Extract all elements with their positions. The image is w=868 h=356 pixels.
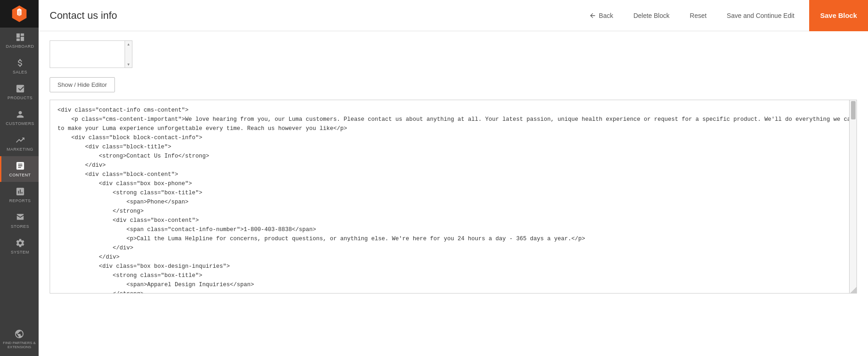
code-content[interactable]: <div class="contact-info cms-content"> <…	[50, 100, 857, 293]
sidebar-item-products[interactable]: PRODUCTS	[0, 79, 39, 105]
partners-icon	[14, 329, 24, 339]
sidebar-item-content[interactable]: CONTENT	[0, 156, 39, 182]
code-text: <div class="contact-info cms-content"> <…	[57, 107, 854, 293]
topbar: Contact us info Back Delete Block Reset …	[39, 0, 868, 31]
dashboard-icon	[15, 32, 25, 42]
sales-icon	[15, 58, 25, 68]
back-label: Back	[599, 12, 613, 19]
editor-preview-inner	[50, 41, 125, 68]
save-block-button[interactable]: Save Block	[809, 0, 868, 31]
sidebar-item-customers[interactable]: CUSTOMERS	[0, 105, 39, 130]
sidebar-item-stores[interactable]: STORES	[0, 208, 39, 233]
resize-handle[interactable]	[850, 287, 857, 293]
marketing-icon	[15, 135, 25, 145]
editor-preview: ▲ ▼	[50, 40, 132, 68]
sidebar-item-stores-label: STORES	[11, 224, 29, 229]
sidebar-item-products-label: PRODUCTS	[7, 96, 33, 100]
content-icon	[15, 161, 25, 171]
sidebar-item-system-label: SYSTEM	[11, 250, 29, 254]
sidebar-item-sales-label: SALES	[13, 70, 28, 74]
editor-preview-scrollbar: ▲ ▼	[125, 41, 132, 68]
sidebar-item-partners[interactable]: FIND PARTNERS & EXTENSIONS	[0, 324, 39, 354]
partners-label: FIND PARTNERS & EXTENSIONS	[2, 341, 37, 350]
scroll-thumb	[851, 101, 856, 119]
delete-block-button[interactable]: Delete Block	[628, 8, 675, 23]
sidebar-item-sales[interactable]: SALES	[0, 53, 39, 79]
page-title: Contact us info	[50, 10, 583, 22]
reports-icon	[15, 186, 25, 197]
back-button[interactable]: Back	[583, 8, 619, 23]
sidebar-item-system[interactable]: SYSTEM	[0, 233, 39, 259]
sidebar: DASHBOARD SALES PRODUCTS CUSTOMERS MARKE…	[0, 0, 39, 356]
code-editor[interactable]: <div class="contact-info cms-content"> <…	[50, 100, 857, 294]
magento-logo-icon	[11, 6, 28, 22]
sidebar-item-marketing[interactable]: MARKETING	[0, 130, 39, 156]
sidebar-item-reports-label: REPORTS	[9, 198, 31, 203]
scroll-up-arrow-icon[interactable]: ▲	[126, 42, 131, 46]
sidebar-item-reports[interactable]: REPORTS	[0, 182, 39, 208]
system-icon	[15, 238, 25, 248]
show-hide-editor-button[interactable]: Show / Hide Editor	[50, 77, 115, 92]
sidebar-item-content-label: CONTENT	[9, 173, 31, 177]
sidebar-item-dashboard[interactable]: DASHBOARD	[0, 28, 39, 53]
stores-icon	[15, 212, 25, 222]
sidebar-item-dashboard-label: DASHBOARD	[6, 44, 34, 49]
sidebar-item-customers-label: CUSTOMERS	[6, 121, 34, 126]
logo[interactable]	[0, 0, 39, 28]
scroll-down-arrow-icon[interactable]: ▼	[126, 62, 131, 67]
topbar-actions: Back Delete Block Reset Save and Continu…	[583, 0, 857, 31]
customers-icon	[15, 109, 25, 119]
content-area: ▲ ▼ Show / Hide Editor <div class="conta…	[39, 31, 868, 356]
back-arrow-icon	[589, 12, 596, 19]
code-scrollbar-vertical[interactable]	[849, 100, 857, 293]
reset-button[interactable]: Reset	[684, 8, 712, 23]
main-area: Contact us info Back Delete Block Reset …	[39, 0, 868, 356]
products-icon	[15, 84, 25, 94]
save-continue-button[interactable]: Save and Continue Edit	[721, 8, 800, 23]
sidebar-item-marketing-label: MARKETING	[6, 147, 33, 152]
